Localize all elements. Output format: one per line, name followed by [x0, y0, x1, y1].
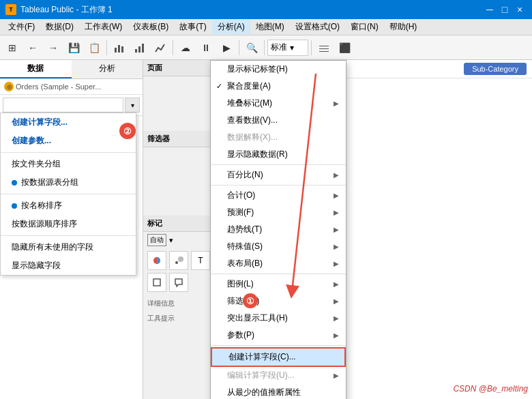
dot-icon-2: [12, 203, 17, 209]
menu-story[interactable]: 故事(T): [174, 20, 211, 34]
datasource-label: ◎ Orders (Sample - Super...: [4, 82, 101, 91]
ad-forecast-arrow: ▶: [334, 209, 339, 216]
title-bar: T Tableau Public - 工作簿 1 ─ □ ×: [0, 0, 532, 19]
dropdown-sep-2: [1, 194, 136, 194]
dropdown-create-calc[interactable]: 创建计算字段...: [1, 113, 136, 132]
search-dropdown-button[interactable]: ▾: [125, 98, 140, 113]
dropdown-sort-name[interactable]: 按名称排序: [1, 196, 136, 215]
ad-parameters[interactable]: 参数(P) ▶: [211, 327, 346, 344]
ad-edit-calc-field-label: 编辑计算字段(U)...: [227, 370, 295, 381]
analysis-dropdown-menu: 显示标记标签(H) 聚合度量(A) 堆叠标记(M) ▶ 查看数据(V)... 数…: [210, 60, 346, 399]
ad-infer-props[interactable]: 从最少的值推断属性: [211, 384, 346, 399]
menu-analysis[interactable]: 分析(A): [212, 20, 250, 34]
ad-filters-arrow: ▶: [334, 297, 339, 305]
toolbar-grid[interactable]: ⊞: [3, 38, 22, 57]
window-controls[interactable]: ─ □ ×: [483, 3, 527, 16]
ad-highlight-arrow: ▶: [334, 314, 339, 322]
tab-data[interactable]: 数据: [0, 60, 72, 78]
toolbar-std-dropdown[interactable]: 标准 ▾: [267, 40, 308, 56]
menu-map[interactable]: 地图(M): [250, 20, 290, 34]
svg-rect-0: [115, 48, 117, 53]
marks-color-btn[interactable]: [147, 251, 166, 270]
ad-create-calc-field[interactable]: 创建计算字段(C)...: [211, 347, 346, 367]
toolbar-run[interactable]: ▶: [217, 38, 236, 57]
svg-rect-5: [142, 44, 144, 53]
dropdown-group-folder[interactable]: 按文件夹分组: [1, 155, 136, 173]
dropdown-sort-name-label: 按名称排序: [21, 200, 62, 211]
dropdown-sort-source[interactable]: 按数据源顺序排序: [1, 215, 136, 233]
dropdown-sep-3: [1, 235, 136, 236]
svg-point-12: [175, 261, 178, 264]
close-button[interactable]: ×: [513, 3, 527, 16]
toolbar-chart1[interactable]: [110, 38, 129, 57]
ad-parameters-arrow: ▶: [334, 331, 339, 339]
toolbar-std-label: 标准: [271, 42, 287, 53]
toolbar-pause[interactable]: ⏸: [196, 38, 216, 57]
menu-format[interactable]: 设置格式(O): [290, 20, 345, 34]
toolbar-back[interactable]: ←: [23, 38, 42, 57]
toolbar-search[interactable]: 🔍: [242, 38, 261, 57]
menu-worksheet[interactable]: 工作表(W): [79, 20, 128, 34]
dropdown-hide-unused[interactable]: 隐藏所有未使用的字段: [1, 238, 136, 256]
marks-type-badge[interactable]: 自动: [147, 234, 166, 246]
ad-legend-label: 图例(L): [227, 278, 254, 290]
ad-special-values-label: 特殊值(S): [227, 241, 263, 252]
ad-special-values-arrow: ▶: [334, 243, 339, 250]
toolbar-chart3[interactable]: [151, 38, 170, 57]
ad-show-labels[interactable]: 显示标记标签(H): [211, 61, 346, 78]
ad-explain-data[interactable]: 数据解释(X)...: [211, 129, 346, 146]
svg-rect-6: [319, 46, 329, 46]
ad-table-layout[interactable]: 表布局(B) ▶: [211, 255, 346, 272]
dropdown-create-param[interactable]: 创建参数...: [1, 132, 136, 150]
dropdown-group-table[interactable]: 按数据源表分组: [1, 173, 136, 192]
ad-trend-line-label: 趋势线(T): [227, 224, 262, 235]
ad-show-hidden-data[interactable]: 显示隐藏数据(R): [211, 146, 346, 163]
tab-analysis[interactable]: 分析: [72, 60, 143, 78]
ad-legend[interactable]: 图例(L) ▶: [211, 276, 346, 293]
ad-table-layout-label: 表布局(B): [227, 258, 263, 269]
ad-trend-line-arrow: ▶: [334, 226, 339, 233]
ad-parameters-label: 参数(P): [227, 329, 254, 341]
menu-file[interactable]: 文件(F): [3, 20, 40, 34]
marks-tooltip-btn[interactable]: [169, 273, 188, 292]
ad-totals[interactable]: 合计(O) ▶: [211, 187, 346, 204]
toolbar-sep-3: [239, 40, 239, 55]
dropdown-show-hidden[interactable]: 显示隐藏字段: [1, 256, 136, 275]
marks-size-btn[interactable]: [169, 251, 188, 270]
ad-aggregate[interactable]: 聚合度量(A): [211, 78, 346, 95]
menu-dashboard[interactable]: 仪表板(B): [128, 20, 174, 34]
ad-stack-marks[interactable]: 堆叠标记(M) ▶: [211, 95, 346, 112]
ad-filters[interactable]: 筛选器(I) ▶: [211, 293, 346, 310]
dropdown-group-table-label: 按数据源表分组: [21, 177, 78, 188]
ad-show-hidden-data-label: 显示隐藏数据(R): [227, 149, 288, 160]
minimize-button[interactable]: ─: [483, 3, 497, 16]
ad-totals-arrow: ▶: [334, 192, 339, 199]
toolbar-split[interactable]: ⬛: [335, 38, 354, 57]
ad-edit-calc-field[interactable]: 编辑计算字段(U)... ▶: [211, 367, 346, 384]
menu-help[interactable]: 帮助(H): [384, 20, 423, 34]
maximize-button[interactable]: □: [498, 3, 512, 16]
left-dropdown-menu: 创建计算字段... 创建参数... 按文件夹分组 按数据源表分组 按名称排序 按…: [0, 113, 136, 276]
marks-detail-btn[interactable]: [147, 273, 166, 292]
marks-dropdown-arrow[interactable]: ▾: [169, 236, 173, 245]
ad-trend-line[interactable]: 趋势线(T) ▶: [211, 221, 346, 238]
svg-rect-1: [118, 45, 120, 53]
dot-icon: [12, 180, 17, 186]
toolbar-save[interactable]: 💾: [64, 38, 83, 57]
menu-window[interactable]: 窗口(N): [345, 20, 384, 34]
ad-edit-calc-arrow: ▶: [334, 372, 339, 379]
ad-highlight[interactable]: 突出显示工具(H) ▶: [211, 310, 346, 327]
marks-text-btn[interactable]: T: [191, 251, 210, 270]
search-input[interactable]: [3, 98, 123, 113]
toolbar-add-ds[interactable]: 📋: [85, 38, 104, 57]
ad-view-data[interactable]: 查看数据(V)...: [211, 112, 346, 129]
toolbar-forward[interactable]: →: [44, 38, 63, 57]
toolbar-chart2[interactable]: [130, 38, 149, 57]
ad-special-values[interactable]: 特殊值(S) ▶: [211, 238, 346, 255]
toolbar-cloud[interactable]: ☁: [176, 38, 195, 57]
ad-forecast[interactable]: 预测(F) ▶: [211, 204, 346, 221]
toolbar-chart4[interactable]: [314, 38, 334, 57]
ad-percentage[interactable]: 百分比(N) ▶: [211, 166, 346, 183]
ad-table-layout-arrow: ▶: [334, 260, 339, 267]
menu-data[interactable]: 数据(D): [40, 20, 79, 34]
